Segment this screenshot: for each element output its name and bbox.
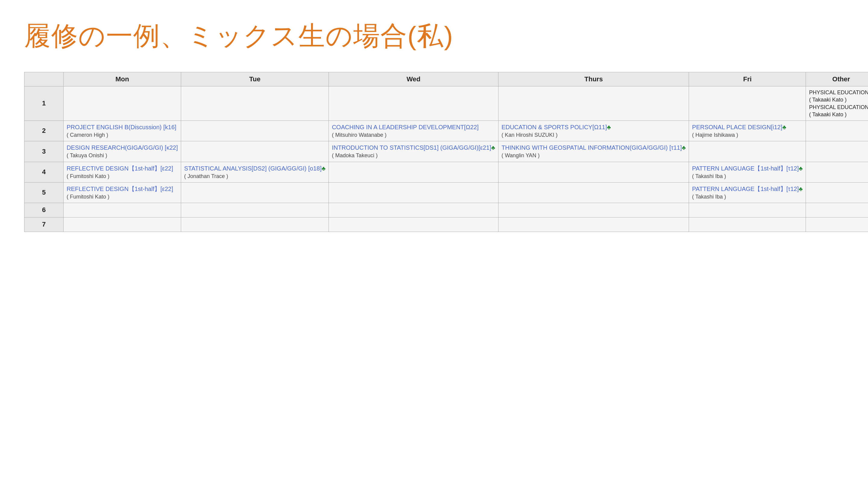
cell-thurs <box>498 183 689 203</box>
col-header-fri: Fri <box>689 72 806 87</box>
cell-wed <box>329 203 498 218</box>
cell-tue <box>181 141 329 162</box>
schedule-table-wrapper: Mon Tue Wed Thurs Fri Other 1PHYSICAL ED… <box>24 72 868 488</box>
col-header-num <box>24 72 64 87</box>
cell-wed <box>329 87 498 121</box>
col-header-mon: Mon <box>64 72 181 87</box>
table-row: 7 <box>24 218 868 232</box>
table-row: 5REFLECTIVE DESIGN【1st-half】[ε22]( Fumit… <box>24 183 868 203</box>
cell-mon: REFLECTIVE DESIGN【1st-half】[ε22]( Fumito… <box>64 183 181 203</box>
cell-other <box>806 141 868 162</box>
cell-other <box>806 183 868 203</box>
cell-tue: STATISTICAL ANALYSIS[DS2] (GIGA/GG/GI) [… <box>181 162 329 182</box>
col-header-thurs: Thurs <box>498 72 689 87</box>
cell-fri <box>689 87 806 121</box>
cell-thurs <box>498 218 689 232</box>
cell-tue <box>181 203 329 218</box>
cell-mon: PROJECT ENGLISH B(Discussion) [k16]( Cam… <box>64 121 181 141</box>
cell-mon <box>64 218 181 232</box>
cell-thurs <box>498 87 689 121</box>
table-row: 3DESIGN RESEARCH(GIGA/GG/GI) [κ22]( Taku… <box>24 141 868 162</box>
cell-fri: PATTERN LANGUAGE【1st-half】[τ12]♣( Takash… <box>689 162 806 182</box>
table-row: 6 <box>24 203 868 218</box>
cell-other <box>806 162 868 182</box>
cell-thurs: EDUCATION & SPORTS POLICY[Ω11]♣( Kan Hir… <box>498 121 689 141</box>
row-number: 5 <box>24 183 64 203</box>
cell-fri: PATTERN LANGUAGE【1st-half】[τ12]♣( Takash… <box>689 183 806 203</box>
cell-tue <box>181 121 329 141</box>
cell-other <box>806 121 868 141</box>
row-number: 7 <box>24 218 64 232</box>
cell-mon: DESIGN RESEARCH(GIGA/GG/GI) [κ22]( Takuy… <box>64 141 181 162</box>
cell-other <box>806 203 868 218</box>
cell-other <box>806 218 868 232</box>
schedule-table: Mon Tue Wed Thurs Fri Other 1PHYSICAL ED… <box>24 72 868 232</box>
table-row: 1PHYSICAL EDUCATION 2( Takaaki Kato )PHY… <box>24 87 868 121</box>
row-number: 1 <box>24 87 64 121</box>
cell-thurs <box>498 203 689 218</box>
cell-fri <box>689 141 806 162</box>
col-header-other: Other <box>806 72 868 87</box>
cell-fri: PERSONAL PLACE DESIGN[i12]♣( Hajime Ishi… <box>689 121 806 141</box>
cell-mon <box>64 87 181 121</box>
cell-wed <box>329 162 498 182</box>
cell-tue <box>181 87 329 121</box>
cell-wed <box>329 183 498 203</box>
col-header-wed: Wed <box>329 72 498 87</box>
row-number: 6 <box>24 203 64 218</box>
page-title: 履修の一例、ミックス生の場合(私) <box>0 0 868 66</box>
table-row: 2PROJECT ENGLISH B(Discussion) [k16]( Ca… <box>24 121 868 141</box>
row-number: 2 <box>24 121 64 141</box>
row-number: 3 <box>24 141 64 162</box>
cell-tue <box>181 183 329 203</box>
cell-wed <box>329 218 498 232</box>
cell-tue <box>181 218 329 232</box>
cell-mon: REFLECTIVE DESIGN【1st-half】[ε22]( Fumito… <box>64 162 181 182</box>
cell-mon <box>64 203 181 218</box>
row-number: 4 <box>24 162 64 182</box>
cell-thurs: THINKING WITH GEOSPATIAL INFORMATION(GIG… <box>498 141 689 162</box>
col-header-tue: Tue <box>181 72 329 87</box>
cell-thurs <box>498 162 689 182</box>
cell-other: PHYSICAL EDUCATION 2( Takaaki Kato )PHYS… <box>806 87 868 121</box>
cell-fri <box>689 203 806 218</box>
cell-fri <box>689 218 806 232</box>
cell-wed: COACHING IN A LEADERSHIP DEVELOPMENT[Ω22… <box>329 121 498 141</box>
cell-wed: INTRODUCTION TO STATISTICS[DS1] (GIGA/GG… <box>329 141 498 162</box>
table-row: 4REFLECTIVE DESIGN【1st-half】[ε22]( Fumit… <box>24 162 868 182</box>
